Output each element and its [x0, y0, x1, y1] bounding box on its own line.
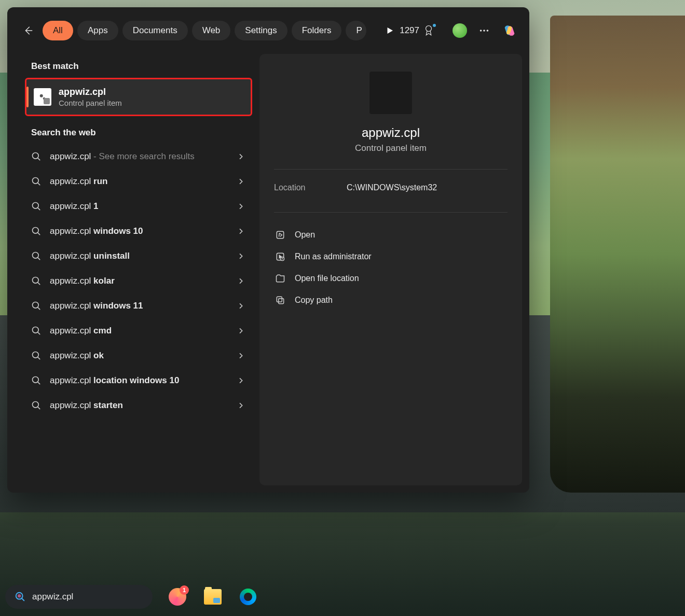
preview-action[interactable]: Copy path	[274, 289, 508, 311]
wallpaper	[550, 16, 685, 493]
filter-tabs: All Apps Documents Web Settings Folders …	[43, 21, 380, 40]
preview-pane: appwiz.cpl Control panel item Location C…	[259, 54, 522, 485]
search-icon	[31, 276, 42, 286]
web-result-text: appwiz.cpl windows 10	[50, 226, 228, 236]
web-result[interactable]: appwiz.cpl cmd	[15, 318, 252, 343]
taskbar-edge[interactable]	[238, 586, 258, 607]
web-result-text: appwiz.cpl windows 11	[50, 301, 228, 311]
tab-documents[interactable]: Documents	[122, 21, 188, 40]
search-icon	[31, 326, 42, 336]
chevron-right-icon	[237, 352, 245, 360]
search-icon	[31, 301, 42, 311]
search-icon	[15, 591, 26, 603]
tab-web[interactable]: Web	[192, 21, 231, 40]
svg-rect-21	[277, 297, 282, 302]
best-match-subtitle: Control panel item	[59, 99, 122, 107]
tab-all[interactable]: All	[43, 21, 73, 40]
svg-point-23	[18, 594, 21, 597]
tab-folders[interactable]: Folders	[292, 21, 342, 40]
copilot-icon[interactable]	[501, 22, 518, 39]
web-result-text: appwiz.cpl ok	[50, 351, 228, 361]
web-result[interactable]: appwiz.cpl kolar	[15, 269, 252, 293]
taskbar-file-explorer[interactable]	[202, 586, 223, 607]
user-avatar[interactable]	[453, 23, 467, 38]
chevron-right-icon	[237, 252, 245, 260]
search-icon	[31, 176, 42, 187]
svg-rect-20	[279, 299, 284, 304]
web-result[interactable]: appwiz.cpl windows 11	[15, 293, 252, 318]
search-icon	[31, 375, 42, 386]
web-result[interactable]: appwiz.cpl ok	[15, 343, 252, 368]
web-result[interactable]: appwiz.cpl run	[15, 169, 252, 194]
web-result[interactable]: appwiz.cpl windows 10	[15, 219, 252, 244]
preview-subtitle: Control panel item	[274, 143, 508, 153]
search-header: All Apps Documents Web Settings Folders …	[7, 7, 529, 54]
web-result-text: appwiz.cpl cmd	[50, 326, 228, 336]
chevron-right-icon	[237, 227, 245, 235]
windows-search-panel: All Apps Documents Web Settings Folders …	[7, 7, 529, 493]
best-match-label: Best match	[15, 54, 252, 78]
action-icon	[275, 273, 285, 284]
results-column: Best match appwiz.cpl Control panel item…	[15, 54, 252, 485]
action-label: Run as administrator	[295, 252, 372, 261]
web-result-text: appwiz.cpl 1	[50, 201, 228, 212]
chevron-right-icon	[237, 376, 245, 385]
web-result-text: appwiz.cpl location windows 10	[50, 375, 228, 386]
points-value: 1297	[400, 25, 419, 36]
web-result[interactable]: appwiz.cpl starten	[15, 393, 252, 418]
play-icon[interactable]	[385, 26, 394, 35]
search-icon	[31, 251, 42, 261]
chevron-right-icon	[237, 327, 245, 335]
action-icon	[275, 230, 285, 240]
svg-point-0	[426, 26, 432, 32]
svg-rect-17	[277, 231, 283, 238]
taskbar-app-1[interactable]: 1	[167, 586, 188, 607]
preview-action[interactable]: Run as administrator	[274, 246, 508, 268]
search-icon	[31, 400, 42, 411]
action-label: Open file location	[295, 274, 359, 283]
search-web-label: Search the web	[15, 120, 252, 144]
web-result-text: appwiz.cpl kolar	[50, 276, 228, 286]
web-result-text: appwiz.cpl - See more search results	[50, 151, 228, 162]
tab-settings[interactable]: Settings	[235, 21, 287, 40]
web-result[interactable]: appwiz.cpl 1	[15, 194, 252, 219]
notification-badge: 1	[180, 585, 189, 595]
search-input[interactable]	[32, 592, 143, 602]
action-label: Open	[295, 230, 315, 240]
preview-action[interactable]: Open file location	[274, 268, 508, 289]
best-match-result[interactable]: appwiz.cpl Control panel item	[25, 78, 252, 116]
chevron-right-icon	[237, 401, 245, 410]
tab-more[interactable]: P	[346, 21, 366, 40]
back-button[interactable]	[19, 21, 37, 40]
location-label: Location	[274, 183, 347, 192]
web-result-text: appwiz.cpl uninstall	[50, 251, 228, 261]
web-results-list: appwiz.cpl - See more search results app…	[15, 144, 252, 418]
chevron-right-icon	[237, 302, 245, 310]
action-label: Copy path	[295, 296, 333, 305]
location-value: C:\WINDOWS\system32	[347, 183, 437, 192]
action-icon	[275, 251, 285, 262]
preview-actions: OpenRun as administratorOpen file locati…	[274, 224, 508, 311]
web-result[interactable]: appwiz.cpl uninstall	[15, 244, 252, 269]
search-icon	[31, 201, 42, 212]
search-icon	[31, 351, 42, 361]
taskbar-search[interactable]	[5, 585, 153, 609]
medal-icon	[423, 25, 434, 36]
web-result[interactable]: appwiz.cpl location windows 10	[15, 368, 252, 393]
svg-point-4	[40, 94, 43, 97]
chevron-right-icon	[237, 177, 245, 186]
tab-apps[interactable]: Apps	[77, 21, 118, 40]
web-result[interactable]: appwiz.cpl - See more search results	[15, 144, 252, 169]
rewards-points[interactable]: 1297	[400, 25, 441, 36]
svg-point-1	[480, 30, 482, 32]
preview-title: appwiz.cpl	[274, 125, 508, 140]
web-result-text: appwiz.cpl run	[50, 176, 228, 187]
svg-point-3	[487, 30, 489, 32]
web-result-text: appwiz.cpl starten	[50, 400, 228, 411]
chevron-right-icon	[237, 152, 245, 161]
chevron-right-icon	[237, 202, 245, 211]
preview-icon	[369, 72, 412, 114]
more-button[interactable]	[478, 25, 490, 36]
preview-action[interactable]: Open	[274, 224, 508, 246]
taskbar: 1	[0, 578, 685, 616]
